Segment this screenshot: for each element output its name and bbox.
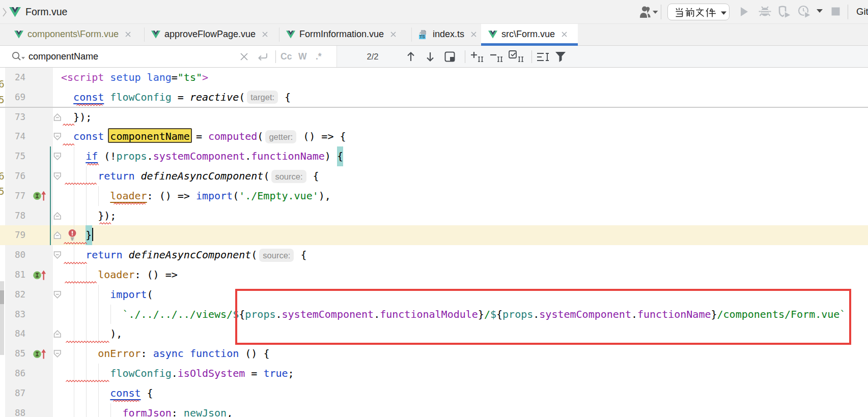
code-line-77[interactable]: 77 loader: () => import('./Empty.vue'), bbox=[0, 186, 868, 206]
token: ) bbox=[325, 150, 337, 162]
token bbox=[104, 71, 110, 83]
token bbox=[141, 71, 147, 83]
regex-toggle[interactable]: .* bbox=[316, 46, 322, 67]
newline-icon[interactable] bbox=[256, 51, 269, 62]
fold-marker-icon[interactable] bbox=[53, 132, 62, 141]
token: ( bbox=[263, 170, 269, 182]
token: systemComponent bbox=[153, 150, 245, 162]
tab-label: components\Form.vue bbox=[27, 29, 119, 40]
code-line-76[interactable]: 76 return defineAsyncComponent(source: { bbox=[0, 166, 868, 186]
add-occurrence-icon[interactable] bbox=[470, 50, 484, 64]
tab-label: src\Form.vue bbox=[501, 29, 555, 40]
run-icon[interactable] bbox=[740, 7, 748, 17]
search-query-text[interactable]: componentName bbox=[29, 46, 98, 67]
close-tab-icon[interactable] bbox=[124, 31, 132, 38]
code-line-81[interactable]: 81 loader: () => bbox=[0, 265, 868, 285]
run-configuration-select[interactable]: 当前文件 bbox=[667, 4, 730, 20]
tab-components-Form.vue[interactable]: components\Form.vue bbox=[7, 24, 144, 45]
code-line-88[interactable]: 88 formJson: newJson, bbox=[0, 403, 868, 417]
close-tab-icon[interactable] bbox=[389, 31, 397, 38]
overridden-marker-icon[interactable] bbox=[33, 349, 46, 359]
match-case-toggle[interactable]: Cc bbox=[281, 46, 292, 67]
overridden-marker-icon[interactable] bbox=[33, 270, 46, 280]
token: { bbox=[278, 91, 291, 103]
token: }); bbox=[73, 111, 92, 123]
separator bbox=[275, 50, 276, 63]
error-squiggle bbox=[110, 202, 150, 205]
line-number: 82 bbox=[5, 285, 25, 305]
token: () { bbox=[239, 347, 269, 360]
token: ( bbox=[251, 249, 257, 261]
fold-marker-icon[interactable] bbox=[53, 231, 62, 240]
code-text: formJson: newJson, bbox=[61, 403, 233, 417]
token: . bbox=[147, 150, 153, 162]
clear-search-icon[interactable] bbox=[239, 52, 249, 62]
coverage-icon[interactable] bbox=[778, 6, 792, 18]
tab-FormInformation.vue[interactable]: FormInformation.vue bbox=[279, 24, 411, 45]
code-line-24[interactable]: 24<script setup lang="ts"> bbox=[0, 68, 868, 87]
separator bbox=[465, 50, 465, 63]
search-options-icon[interactable] bbox=[536, 51, 550, 63]
fold-marker-icon[interactable] bbox=[53, 113, 62, 122]
remove-occurrence-icon[interactable] bbox=[489, 50, 503, 64]
fold-marker-icon[interactable] bbox=[53, 290, 62, 299]
code-line-79[interactable]: 79 } bbox=[0, 225, 868, 245]
token: import bbox=[196, 190, 233, 202]
token: true bbox=[263, 367, 288, 379]
code-line-75[interactable]: 75 if (!props.systemComponent.functionNa… bbox=[0, 146, 868, 166]
code-line-87[interactable]: 87 const { bbox=[0, 383, 868, 403]
close-tab-icon[interactable] bbox=[470, 31, 478, 38]
line-number: 24 bbox=[5, 68, 25, 87]
tab-approveFlowPage.vue[interactable]: approveFlowPage.vue bbox=[144, 24, 279, 45]
code-line-86[interactable]: 86 flowConfig.isOldSystem = true; bbox=[0, 364, 868, 383]
user-icon[interactable] bbox=[636, 6, 658, 19]
close-tab-icon[interactable] bbox=[261, 31, 269, 38]
code-line-78[interactable]: 78 }); bbox=[0, 206, 868, 226]
next-match-icon[interactable] bbox=[424, 50, 436, 63]
code-line-69[interactable]: 69 const flowConfig = reactive(target: { bbox=[0, 87, 868, 107]
tab-label: FormInformation.vue bbox=[299, 29, 384, 40]
inlay-hint: source: bbox=[271, 170, 306, 183]
code-line-74[interactable]: 74 const componentName = computed(getter… bbox=[0, 127, 868, 146]
line-number: 69 bbox=[5, 87, 25, 107]
profiler-icon[interactable] bbox=[798, 5, 823, 18]
tab-index.ts[interactable]: TSindex.ts bbox=[411, 24, 481, 45]
select-all-occurrences-icon[interactable] bbox=[508, 50, 524, 64]
fold-marker-icon[interactable] bbox=[53, 212, 62, 220]
stop-icon[interactable] bbox=[831, 7, 840, 16]
fold-marker-icon[interactable] bbox=[53, 330, 62, 338]
token: { bbox=[141, 387, 153, 399]
token: } bbox=[86, 229, 92, 241]
search-icon[interactable] bbox=[11, 51, 26, 63]
error-squiggle bbox=[74, 104, 107, 106]
debug-icon[interactable] bbox=[758, 5, 772, 18]
fold-marker-icon[interactable] bbox=[53, 251, 62, 259]
token bbox=[104, 91, 110, 103]
inlay-hint: getter: bbox=[265, 130, 296, 143]
code-line-85[interactable]: 85 onError: async function () { bbox=[0, 344, 868, 364]
separator bbox=[848, 5, 848, 19]
overridden-marker-icon[interactable] bbox=[33, 191, 46, 201]
fold-marker-icon[interactable] bbox=[53, 172, 62, 181]
filter-icon[interactable] bbox=[554, 51, 567, 63]
code-line-73[interactable]: 73 }); bbox=[0, 107, 868, 127]
code-text: const componentName = computed(getter: (… bbox=[61, 127, 346, 146]
token: ; bbox=[288, 367, 294, 379]
close-tab-icon[interactable] bbox=[561, 31, 568, 38]
fold-marker-icon[interactable] bbox=[53, 349, 62, 358]
vue-file-icon bbox=[286, 31, 295, 39]
token: formJson bbox=[122, 407, 171, 417]
code-text: loader: () => import('./Empty.vue'), bbox=[61, 186, 331, 206]
code-line-80[interactable]: 80 return defineAsyncComponent(source: { bbox=[0, 245, 868, 265]
code-editor[interactable]: 24<script setup lang="ts">69 const flowC… bbox=[0, 68, 868, 417]
open-in-find-window-icon[interactable] bbox=[444, 51, 456, 63]
error-squiggle bbox=[62, 183, 101, 185]
token: > bbox=[202, 71, 208, 83]
previous-match-icon[interactable] bbox=[405, 50, 417, 63]
token: function bbox=[190, 347, 239, 360]
fold-marker-icon[interactable] bbox=[53, 152, 62, 161]
whole-words-toggle[interactable]: W bbox=[298, 46, 307, 67]
token: const bbox=[110, 387, 141, 399]
tab-src-Form.vue[interactable]: src\Form.vue bbox=[481, 24, 578, 45]
git-widget[interactable]: Git bbox=[856, 0, 868, 23]
